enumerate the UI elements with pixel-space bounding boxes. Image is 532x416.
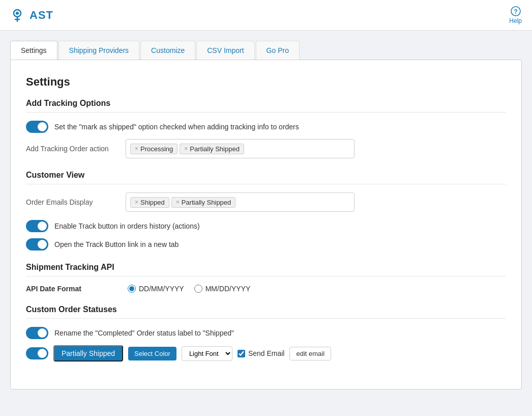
partially-shipped-badge[interactable]: Partially Shipped (53, 345, 123, 362)
tracking-order-label: Add Tracking Order action (26, 145, 117, 153)
toggle-label-1: Set the "mark as shipped" option checked… (54, 123, 299, 131)
custom-statuses-title: Custom Order Statuses (26, 305, 506, 314)
edit-email-button[interactable]: edit email (289, 347, 331, 360)
toggle-mark-shipped[interactable] (26, 121, 48, 133)
partially-shipped-status-row: Partially Shipped Select Color Light Fon… (26, 345, 506, 362)
tracking-order-tag-input[interactable]: × Processing × Partially Shipped (126, 139, 354, 158)
svg-point-1 (16, 12, 19, 15)
select-color-button[interactable]: Select Color (128, 347, 176, 360)
toggle-row-2: Enable Track button in orders history (a… (26, 220, 506, 232)
section-add-tracking: Add Tracking Options Set the "mark as sh… (26, 99, 506, 158)
toggle-row-4: Rename the "Completed" Order status labe… (26, 327, 506, 339)
toggle-label-2: Enable Track button in orders history (a… (54, 222, 200, 230)
order-emails-row: Order Emails Display × Shipped × Partial… (26, 192, 506, 212)
help-label: Help (509, 17, 522, 24)
tab-go-pro[interactable]: Go Pro (256, 41, 300, 60)
tag-partially-shipped-2: × Partially Shipped (171, 197, 236, 208)
radio-mm-dd-yyyy[interactable]: MM/DD/YYYY (194, 285, 251, 293)
order-emails-tag-input[interactable]: × Shipped × Partially Shipped (126, 192, 354, 212)
customer-view-title: Customer View (26, 171, 506, 180)
svg-text:?: ? (514, 8, 517, 15)
toggle-row-3: Open the Track Button link in a new tab (26, 238, 506, 251)
send-email-label: Send Email (248, 349, 285, 357)
logo: AST (10, 7, 53, 23)
page-title: Settings (26, 75, 506, 89)
toggle-rename-completed[interactable] (26, 327, 48, 339)
order-emails-label: Order Emails Display (26, 198, 117, 206)
add-tracking-title: Add Tracking Options (26, 99, 506, 108)
tag-partially-shipped-1: × Partially Shipped (180, 144, 244, 154)
logo-icon (10, 7, 26, 23)
main-content: Settings Shipping Providers Customize CS… (0, 31, 532, 400)
settings-panel: Settings Add Tracking Options Set the "m… (10, 60, 522, 390)
toggle-new-tab[interactable] (26, 238, 48, 251)
font-select[interactable]: Light Font (182, 346, 232, 361)
toggle-label-4: Rename the "Completed" Order status labe… (54, 329, 234, 337)
api-date-format-row: API Date Format DD/MM/YYYY MM/DD/YYYY (26, 285, 506, 293)
tab-customize[interactable]: Customize (140, 41, 195, 60)
section-custom-statuses: Custom Order Statuses Rename the "Comple… (26, 305, 506, 362)
tag-processing: × Processing (130, 144, 178, 154)
header: AST ? Help (0, 0, 532, 31)
toggle-label-3: Open the Track Button link in a new tab (54, 240, 179, 248)
tab-csv-import[interactable]: CSV Import (196, 41, 254, 60)
tab-shipping-providers[interactable]: Shipping Providers (58, 41, 140, 60)
tab-bar: Settings Shipping Providers Customize CS… (10, 41, 522, 60)
section-customer-view: Customer View Order Emails Display × Shi… (26, 171, 506, 251)
tag-partially-shipped-1-remove[interactable]: × (184, 145, 188, 152)
radio-dd-mm-yyyy[interactable]: DD/MM/YYYY (128, 285, 184, 293)
divider-4 (26, 318, 506, 319)
divider-1 (26, 112, 506, 113)
tab-settings[interactable]: Settings (10, 41, 57, 60)
tag-shipped-remove[interactable]: × (135, 199, 138, 206)
toggle-row-1: Set the "mark as shipped" option checked… (26, 121, 506, 133)
logo-text: AST (29, 9, 53, 22)
api-date-label: API Date Format (26, 285, 117, 293)
send-email-row: Send Email (238, 349, 285, 357)
tag-shipped: × Shipped (130, 197, 169, 208)
shipment-api-title: Shipment Tracking API (26, 263, 506, 272)
divider-3 (26, 276, 506, 276)
tag-processing-remove[interactable]: × (135, 145, 138, 152)
toggle-track-button[interactable] (26, 220, 48, 232)
help-button[interactable]: ? Help (509, 6, 522, 24)
help-icon: ? (511, 6, 521, 16)
tracking-order-action-row: Add Tracking Order action × Processing ×… (26, 139, 506, 158)
tag-partially-shipped-2-remove[interactable]: × (176, 199, 180, 206)
divider-2 (26, 184, 506, 184)
send-email-checkbox[interactable] (238, 350, 245, 357)
section-shipment-api: Shipment Tracking API API Date Format DD… (26, 263, 506, 293)
toggle-partially-shipped[interactable] (26, 347, 48, 359)
